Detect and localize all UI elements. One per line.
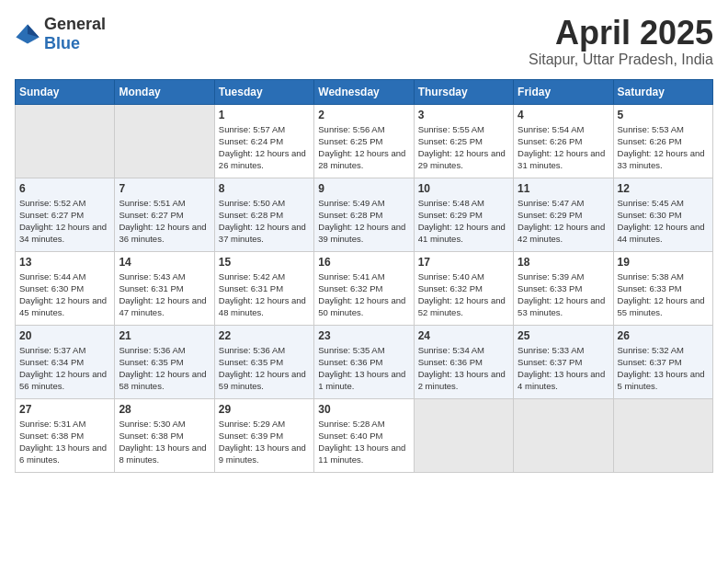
calendar-cell: 14Sunrise: 5:43 AMSunset: 6:31 PMDayligh… — [115, 251, 214, 325]
calendar-cell — [613, 398, 712, 472]
day-number: 20 — [19, 329, 110, 342]
calendar-cell: 20Sunrise: 5:37 AMSunset: 6:34 PMDayligh… — [16, 325, 115, 398]
day-number: 16 — [318, 256, 409, 269]
day-number: 24 — [418, 329, 509, 342]
cell-content: Sunrise: 5:50 AMSunset: 6:28 PMDaylight:… — [219, 197, 310, 246]
day-number: 12 — [618, 182, 709, 195]
week-row-4: 20Sunrise: 5:37 AMSunset: 6:34 PMDayligh… — [16, 325, 713, 398]
cell-content: Sunrise: 5:31 AMSunset: 6:38 PMDaylight:… — [19, 418, 110, 466]
calendar-cell: 25Sunrise: 5:33 AMSunset: 6:37 PMDayligh… — [514, 325, 613, 398]
calendar-table: SundayMondayTuesdayWednesdayThursdayFrid… — [15, 79, 713, 473]
day-number: 13 — [19, 256, 110, 269]
calendar-cell: 18Sunrise: 5:39 AMSunset: 6:33 PMDayligh… — [514, 251, 613, 325]
cell-content: Sunrise: 5:43 AMSunset: 6:31 PMDaylight:… — [119, 270, 210, 319]
day-number: 19 — [618, 256, 709, 269]
calendar-cell: 22Sunrise: 5:36 AMSunset: 6:35 PMDayligh… — [214, 325, 313, 398]
cell-content: Sunrise: 5:57 AMSunset: 6:24 PMDaylight:… — [219, 123, 310, 172]
calendar-cell: 30Sunrise: 5:28 AMSunset: 6:40 PMDayligh… — [314, 398, 414, 472]
day-number: 2 — [318, 109, 409, 121]
calendar-cell: 10Sunrise: 5:48 AMSunset: 6:29 PMDayligh… — [414, 178, 513, 251]
week-row-2: 6Sunrise: 5:52 AMSunset: 6:27 PMDaylight… — [16, 178, 713, 251]
calendar-cell: 11Sunrise: 5:47 AMSunset: 6:29 PMDayligh… — [514, 178, 613, 251]
cell-content: Sunrise: 5:44 AMSunset: 6:30 PMDaylight:… — [19, 270, 110, 319]
cell-content: Sunrise: 5:28 AMSunset: 6:40 PMDaylight:… — [318, 418, 409, 466]
day-number: 1 — [219, 109, 310, 121]
cell-content: Sunrise: 5:45 AMSunset: 6:30 PMDaylight:… — [618, 197, 709, 246]
cell-content: Sunrise: 5:42 AMSunset: 6:31 PMDaylight:… — [219, 270, 310, 319]
logo-icon — [15, 21, 40, 47]
day-number: 14 — [119, 256, 210, 269]
day-number: 7 — [119, 182, 210, 195]
calendar-cell: 24Sunrise: 5:34 AMSunset: 6:36 PMDayligh… — [414, 325, 513, 398]
main-title: April 2025 — [529, 15, 713, 52]
day-number: 15 — [219, 256, 310, 269]
cell-content: Sunrise: 5:53 AMSunset: 6:26 PMDaylight:… — [618, 123, 709, 172]
cell-content: Sunrise: 5:35 AMSunset: 6:36 PMDaylight:… — [318, 344, 409, 393]
calendar-cell: 1Sunrise: 5:57 AMSunset: 6:24 PMDaylight… — [214, 104, 313, 178]
cell-content: Sunrise: 5:52 AMSunset: 6:27 PMDaylight:… — [19, 197, 110, 246]
logo: General Blue — [15, 15, 106, 53]
cell-content: Sunrise: 5:51 AMSunset: 6:27 PMDaylight:… — [119, 197, 210, 246]
cell-content: Sunrise: 5:41 AMSunset: 6:32 PMDaylight:… — [318, 270, 409, 319]
calendar-cell: 3Sunrise: 5:55 AMSunset: 6:25 PMDaylight… — [414, 104, 513, 178]
header-saturday: Saturday — [613, 79, 712, 104]
calendar-cell: 2Sunrise: 5:56 AMSunset: 6:25 PMDaylight… — [314, 104, 414, 178]
cell-content: Sunrise: 5:37 AMSunset: 6:34 PMDaylight:… — [19, 344, 110, 393]
day-number: 18 — [518, 256, 609, 269]
day-number: 26 — [618, 329, 709, 342]
cell-content: Sunrise: 5:49 AMSunset: 6:28 PMDaylight:… — [318, 197, 409, 246]
header-tuesday: Tuesday — [214, 79, 313, 104]
calendar-cell: 26Sunrise: 5:32 AMSunset: 6:37 PMDayligh… — [613, 325, 712, 398]
calendar-cell: 12Sunrise: 5:45 AMSunset: 6:30 PMDayligh… — [613, 178, 712, 251]
header-wednesday: Wednesday — [314, 79, 414, 104]
subtitle: Sitapur, Uttar Pradesh, India — [529, 52, 713, 68]
day-number: 5 — [618, 109, 709, 121]
day-number: 22 — [219, 329, 310, 342]
header: General Blue April 2025 Sitapur, Uttar P… — [15, 15, 713, 68]
calendar-cell: 8Sunrise: 5:50 AMSunset: 6:28 PMDaylight… — [214, 178, 313, 251]
week-row-5: 27Sunrise: 5:31 AMSunset: 6:38 PMDayligh… — [16, 398, 713, 472]
calendar-cell: 7Sunrise: 5:51 AMSunset: 6:27 PMDaylight… — [115, 178, 214, 251]
header-sunday: Sunday — [16, 79, 115, 104]
day-number: 10 — [418, 182, 509, 195]
cell-content: Sunrise: 5:47 AMSunset: 6:29 PMDaylight:… — [518, 197, 609, 246]
header-friday: Friday — [514, 79, 613, 104]
cell-content: Sunrise: 5:32 AMSunset: 6:37 PMDaylight:… — [618, 344, 709, 393]
day-number: 11 — [518, 182, 609, 195]
calendar-cell: 5Sunrise: 5:53 AMSunset: 6:26 PMDaylight… — [613, 104, 712, 178]
cell-content: Sunrise: 5:36 AMSunset: 6:35 PMDaylight:… — [219, 344, 310, 393]
cell-content: Sunrise: 5:39 AMSunset: 6:33 PMDaylight:… — [518, 270, 609, 319]
day-number: 3 — [418, 109, 509, 121]
day-number: 30 — [318, 403, 409, 416]
calendar-cell — [514, 398, 613, 472]
day-number: 29 — [219, 403, 310, 416]
calendar-cell: 23Sunrise: 5:35 AMSunset: 6:36 PMDayligh… — [314, 325, 414, 398]
logo-blue: Blue — [44, 34, 80, 52]
day-number: 21 — [119, 329, 210, 342]
day-number: 28 — [119, 403, 210, 416]
day-number: 9 — [318, 182, 409, 195]
cell-content: Sunrise: 5:55 AMSunset: 6:25 PMDaylight:… — [418, 123, 509, 172]
cell-content: Sunrise: 5:38 AMSunset: 6:33 PMDaylight:… — [618, 270, 709, 319]
day-number: 17 — [418, 256, 509, 269]
cell-content: Sunrise: 5:56 AMSunset: 6:25 PMDaylight:… — [318, 123, 409, 172]
calendar-cell: 9Sunrise: 5:49 AMSunset: 6:28 PMDaylight… — [314, 178, 414, 251]
day-number: 4 — [518, 109, 609, 121]
calendar-header-row: SundayMondayTuesdayWednesdayThursdayFrid… — [16, 79, 713, 104]
cell-content: Sunrise: 5:29 AMSunset: 6:39 PMDaylight:… — [219, 418, 310, 466]
cell-content: Sunrise: 5:30 AMSunset: 6:38 PMDaylight:… — [119, 418, 210, 466]
cell-content: Sunrise: 5:33 AMSunset: 6:37 PMDaylight:… — [518, 344, 609, 393]
calendar-cell: 16Sunrise: 5:41 AMSunset: 6:32 PMDayligh… — [314, 251, 414, 325]
day-number: 6 — [19, 182, 110, 195]
cell-content: Sunrise: 5:36 AMSunset: 6:35 PMDaylight:… — [119, 344, 210, 393]
title-area: April 2025 Sitapur, Uttar Pradesh, India — [529, 15, 713, 68]
week-row-3: 13Sunrise: 5:44 AMSunset: 6:30 PMDayligh… — [16, 251, 713, 325]
logo-general: General — [44, 15, 106, 33]
calendar-cell — [414, 398, 513, 472]
calendar-cell: 4Sunrise: 5:54 AMSunset: 6:26 PMDaylight… — [514, 104, 613, 178]
calendar-cell: 15Sunrise: 5:42 AMSunset: 6:31 PMDayligh… — [214, 251, 313, 325]
calendar-cell: 17Sunrise: 5:40 AMSunset: 6:32 PMDayligh… — [414, 251, 513, 325]
day-number: 23 — [318, 329, 409, 342]
cell-content: Sunrise: 5:48 AMSunset: 6:29 PMDaylight:… — [418, 197, 509, 246]
calendar-cell: 28Sunrise: 5:30 AMSunset: 6:38 PMDayligh… — [115, 398, 214, 472]
